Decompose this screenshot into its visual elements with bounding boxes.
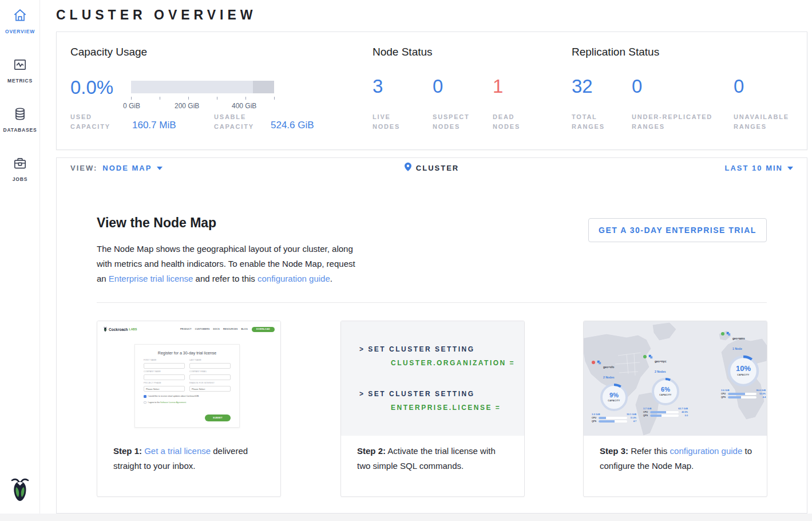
capacity-usage-title: Capacity Usage: [70, 46, 147, 58]
usable-capacity-label: USABLE CAPACITY: [214, 112, 254, 132]
sidebar-item-jobs[interactable]: JOBS: [0, 148, 40, 182]
description-text: and refer to this: [193, 274, 258, 283]
step-prefix: Step 2:: [357, 446, 386, 456]
step2-caption: Step 2: Activate the trial license with …: [341, 436, 524, 473]
time-range-value[interactable]: LAST 10 MIN: [725, 164, 783, 172]
step3-card: geo=sfo2 Nodes 9% CAPACITY 3.2 GiB53.1 G…: [583, 321, 767, 497]
mini-submit-button: SUBMIT: [205, 415, 231, 421]
step-prefix: Step 3:: [600, 446, 628, 456]
step2-card: > SET CLUSTER SETTING CLUSTER.ORGANIZATI…: [340, 321, 525, 497]
mini-form-title: Register for a 30-day trial license: [144, 351, 231, 355]
live-nodes-count: 3: [373, 76, 383, 97]
configuration-guide-link[interactable]: configuration guide: [258, 274, 330, 283]
sql-command: > SET CLUSTER SETTING: [359, 345, 475, 353]
unavailable-ranges-count: 0: [734, 76, 744, 97]
capacity-percent: 0.0%: [70, 78, 113, 97]
chevron-down-icon[interactable]: [787, 167, 793, 170]
mini-nav-item: DOCS: [213, 328, 220, 330]
configuration-guide-link[interactable]: configuration guide: [670, 446, 743, 456]
mini-input: [189, 363, 231, 369]
database-icon: [0, 106, 40, 124]
mini-logo-text: Cockroach: [109, 327, 128, 331]
mini-checkbox-checked: [144, 395, 146, 398]
total-ranges-label: TOTAL RANGES: [572, 112, 605, 132]
gauge-tick-label: 400 GiB: [232, 102, 256, 110]
mini-select: Please Select: [144, 386, 185, 392]
sidebar: OVERVIEW METRICS DATABASES JOBS: [0, 0, 40, 514]
used-capacity-value: 160.7 MiB: [132, 120, 176, 131]
under-replicated-count: 0: [632, 76, 642, 97]
breadcrumb-cluster: CLUSTER: [416, 164, 459, 172]
gauge-tick-label: 0 GiB: [123, 102, 140, 110]
step3-caption: Step 3: Refer this configuration guide t…: [584, 436, 767, 473]
cockroach-logo-icon: [0, 476, 40, 508]
mini-registration-form: Register for a 30-day trial license FIRS…: [134, 344, 240, 428]
mini-field-label: LAST NAME: [189, 359, 231, 361]
node-locality-nyc: geo=nyc2 Nodes 6% CAPACITY 3.7 GiB63.7 G…: [643, 354, 688, 417]
mini-nav-item: BLOG: [241, 328, 248, 330]
mini-input: [144, 374, 185, 380]
enterprise-trial-license-link[interactable]: Enterprise trial license: [109, 274, 193, 283]
capacity-gauge: [131, 81, 274, 93]
capacity-label: CAPACITY: [651, 394, 680, 396]
mini-input: [144, 363, 185, 369]
view-bar: VIEW: NODE MAP CLUSTER LAST 10 MIN: [56, 157, 807, 178]
mini-cockroach-logo: Cockroach LABS: [103, 326, 137, 333]
used-capacity-label: USED CAPACITY: [70, 112, 110, 132]
capacity-percent: 10%: [726, 364, 760, 373]
replication-status-title: Replication Status: [572, 46, 659, 58]
mini-field-label: REASON FOR INTEREST: [189, 382, 231, 384]
capacity-label: CAPACITY: [726, 374, 760, 376]
app-frame: OVERVIEW METRICS DATABASES JOBS: [0, 0, 812, 521]
mini-nav: PRODUCT CUSTOMERS DOCS RESOURCES BLOG: [180, 328, 248, 330]
locality-node-count: 2 Nodes: [603, 376, 614, 379]
mini-field-label: COMPANY NAME: [144, 370, 185, 373]
capacity-percent: 9%: [599, 392, 629, 398]
sql-setting: ENTERPRISE.LICENSE =: [391, 404, 501, 412]
sidebar-item-metrics[interactable]: METRICS: [0, 49, 40, 84]
mini-license-link: Software License Agreement.: [160, 401, 187, 404]
mini-nav-item: CUSTOMERS: [195, 328, 210, 330]
locality-name: geo=ams: [732, 337, 745, 340]
description-text: .: [330, 274, 332, 283]
suspect-nodes-label: SUSPECT NODES: [433, 112, 470, 132]
mini-select: Please Select: [189, 386, 231, 392]
location-pin-icon: [405, 163, 411, 173]
cluster-summary-panel: Capacity Usage 0.0% 0 GiB 200 GiB 400 Gi…: [56, 31, 807, 150]
sidebar-item-databases[interactable]: DATABASES: [0, 98, 40, 133]
dead-nodes-label: DEAD NODES: [493, 112, 520, 132]
suspect-nodes-count: 0: [433, 76, 443, 97]
get-trial-license-link[interactable]: Get a trial license: [144, 446, 211, 456]
home-icon: [0, 8, 40, 25]
status-dot-live: [643, 355, 647, 358]
step2-sql-commands-image: > SET CLUSTER SETTING CLUSTER.ORGANIZATI…: [341, 321, 524, 436]
sql-command: > SET CLUSTER SETTING: [359, 390, 475, 398]
time-range-selector[interactable]: LAST 10 MIN: [725, 158, 793, 177]
total-ranges-count: 32: [572, 76, 593, 97]
node-map-description: The Node Map shows the geographical layo…: [97, 242, 366, 286]
metrics-icon: [0, 57, 40, 74]
mini-field-label: FIRST NAME: [144, 359, 185, 361]
unavailable-ranges-label: UNAVAILABLE RANGES: [734, 112, 789, 132]
mini-field-label: COMPANY EMAIL: [189, 370, 231, 373]
locality-node-count: 1 Node: [732, 347, 742, 350]
enterprise-trial-button[interactable]: GET A 30-DAY ENTERPRISE TRIAL: [588, 218, 767, 242]
gauge-tick-label: 200 GiB: [175, 102, 199, 110]
capacity-percent: 6%: [651, 386, 680, 393]
capacity-gauge-dark-segment: [253, 81, 275, 93]
capacity-label: CAPACITY: [599, 400, 629, 402]
node-locality-ams: geo=ams1 Node 10% CAPACITY 3.6 GiB36.6 G…: [721, 331, 766, 398]
sidebar-item-label: JOBS: [0, 176, 40, 182]
page-title: CLUSTER OVERVIEW: [56, 7, 257, 23]
live-nodes-label: LIVE NODES: [373, 112, 400, 132]
step1-registration-screenshot: Cockroach LABS PRODUCT CUSTOMERS DOCS RE…: [97, 321, 280, 436]
briefcase-icon: [0, 156, 40, 173]
usable-capacity-value: 524.6 GiB: [271, 120, 314, 131]
step1-caption: Step 1: Get a trial license delivered st…: [97, 436, 280, 473]
mini-field-label: PROJECT PHASE: [144, 382, 185, 384]
sidebar-item-overview[interactable]: OVERVIEW: [0, 0, 40, 34]
status-dot-dead: [592, 361, 595, 364]
status-dot-live: [721, 332, 724, 336]
dead-nodes-count: 1: [493, 76, 503, 97]
mini-logo-suffix: LABS: [129, 327, 137, 331]
